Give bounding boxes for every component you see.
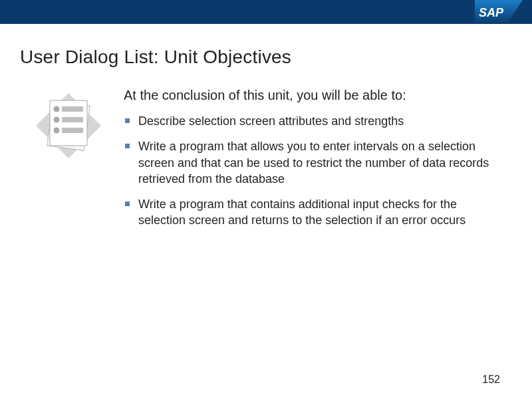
svg-rect-12 [62, 128, 83, 133]
sap-logo-text: SAP [479, 6, 504, 19]
svg-point-9 [54, 117, 60, 123]
svg-point-11 [54, 128, 60, 134]
objectives-list-icon [32, 89, 105, 162]
svg-rect-8 [62, 106, 83, 112]
sap-logo: SAP [475, 0, 523, 24]
body-row: At the conclusion of this unit, you will… [19, 86, 505, 238]
svg-point-7 [54, 106, 60, 112]
list-item: Write a program that contains additional… [124, 196, 500, 229]
list-item: Write a program that allows you to enter… [124, 138, 500, 187]
intro-line: At the conclusion of this unit, you will… [124, 86, 500, 104]
sap-logo-icon: SAP [475, 0, 523, 24]
objectives-text: At the conclusion of this unit, you will… [118, 86, 505, 238]
list-item: Describe selection screen attributes and… [124, 113, 500, 129]
content-area: User Dialog List: Unit Objectives [0, 24, 532, 238]
svg-rect-10 [62, 117, 83, 122]
bullet-list: Describe selection screen attributes and… [124, 113, 500, 229]
slide-title: User Dialog List: Unit Objectives [20, 47, 505, 68]
objectives-icon-cell [19, 86, 118, 162]
page-number: 152 [482, 374, 500, 386]
header-bar: SAP [0, 0, 532, 24]
